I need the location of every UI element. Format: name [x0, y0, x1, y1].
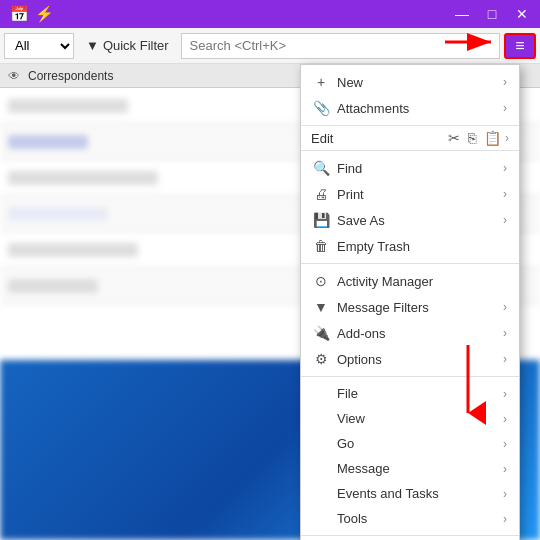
red-arrow-indicator — [445, 27, 500, 57]
menu-item-new[interactable]: + New › — [301, 69, 519, 95]
toolbar: All ▼ Quick Filter ≡ — [0, 28, 540, 64]
addons-icon: 🔌 — [311, 325, 331, 341]
options-arrow: › — [503, 352, 507, 366]
folder-select[interactable]: All — [4, 33, 74, 59]
message-filters-arrow: › — [503, 300, 507, 314]
new-arrow: › — [503, 75, 507, 89]
new-label: New — [337, 75, 503, 90]
calendar-icon: 📅 — [10, 5, 29, 23]
menu-item-empty-trash[interactable]: 🗑 Empty Trash — [301, 233, 519, 259]
title-bar: 📅 ⚡ — □ ✕ — [0, 0, 540, 28]
activity-manager-icon: ⊙ — [311, 273, 331, 289]
message-label: Message — [337, 461, 503, 476]
print-label: Print — [337, 187, 503, 202]
find-icon: 🔍 — [311, 160, 331, 176]
options-icon: ⚙ — [311, 351, 331, 367]
new-icon: + — [311, 74, 331, 90]
message-filters-icon: ▼ — [311, 299, 331, 315]
menu-item-message[interactable]: Message › — [301, 456, 519, 481]
menu-section-help: ❓ Help › — [301, 536, 519, 540]
find-label: Find — [337, 161, 503, 176]
red-down-arrow-indicator — [438, 345, 498, 425]
column-icon: 👁 — [8, 69, 20, 83]
message-filters-label: Message Filters — [337, 300, 503, 315]
lightning-icon: ⚡ — [35, 5, 54, 23]
menu-section-find: 🔍 Find › 🖨 Print › 💾 Save As › 🗑 Empty T… — [301, 151, 519, 264]
menu-item-print[interactable]: 🖨 Print › — [301, 181, 519, 207]
edit-label: Edit — [311, 131, 444, 146]
print-arrow: › — [503, 187, 507, 201]
tools-arrow: › — [503, 512, 507, 526]
menu-item-message-filters[interactable]: ▼ Message Filters › — [301, 294, 519, 320]
menu-item-addons[interactable]: 🔌 Add-ons › — [301, 320, 519, 346]
empty-trash-label: Empty Trash — [337, 239, 507, 254]
menu-section-new: + New › 📎 Attachments › — [301, 65, 519, 126]
file-arrow: › — [503, 387, 507, 401]
edit-arrow: › — [505, 131, 509, 145]
addons-label: Add-ons — [337, 326, 503, 341]
paste-icon[interactable]: 📋 — [484, 130, 501, 146]
activity-manager-label: Activity Manager — [337, 274, 507, 289]
menu-item-tools[interactable]: Tools › — [301, 506, 519, 531]
hamburger-icon: ≡ — [515, 38, 524, 54]
save-as-icon: 💾 — [311, 212, 331, 228]
menu-item-events-tasks[interactable]: Events and Tasks › — [301, 481, 519, 506]
filter-icon: ▼ — [86, 38, 99, 53]
addons-arrow: › — [503, 326, 507, 340]
print-icon: 🖨 — [311, 186, 331, 202]
title-bar-buttons: — □ ✕ — [448, 4, 536, 24]
menu-item-activity-manager[interactable]: ⊙ Activity Manager — [301, 268, 519, 294]
menu-item-find[interactable]: 🔍 Find › — [301, 155, 519, 181]
go-arrow: › — [503, 437, 507, 451]
message-arrow: › — [503, 462, 507, 476]
tools-label: Tools — [337, 511, 503, 526]
correspondents-column: Correspondents — [28, 69, 113, 83]
title-bar-icons: 📅 ⚡ — [10, 5, 54, 23]
close-button[interactable]: ✕ — [508, 4, 536, 24]
save-as-arrow: › — [503, 213, 507, 227]
attachments-icon: 📎 — [311, 100, 331, 116]
go-label: Go — [337, 436, 503, 451]
empty-trash-icon: 🗑 — [311, 238, 331, 254]
save-as-label: Save As — [337, 213, 503, 228]
quick-filter-button[interactable]: ▼ Quick Filter — [78, 33, 177, 59]
edit-row: Edit ✂ ⎘ 📋 › — [301, 126, 519, 151]
maximize-button[interactable]: □ — [478, 4, 506, 24]
edit-icons: ✂ ⎘ 📋 — [448, 130, 501, 146]
events-tasks-label: Events and Tasks — [337, 486, 503, 501]
menu-item-attachments[interactable]: 📎 Attachments › — [301, 95, 519, 121]
minimize-button[interactable]: — — [448, 4, 476, 24]
attachments-label: Attachments — [337, 101, 503, 116]
menu-item-go[interactable]: Go › — [301, 431, 519, 456]
view-arrow: › — [503, 412, 507, 426]
copy-icon[interactable]: ⎘ — [468, 130, 476, 146]
attachments-arrow: › — [503, 101, 507, 115]
menu-item-save-as[interactable]: 💾 Save As › — [301, 207, 519, 233]
hamburger-menu-button[interactable]: ≡ — [504, 33, 536, 59]
find-arrow: › — [503, 161, 507, 175]
cut-icon[interactable]: ✂ — [448, 130, 460, 146]
events-tasks-arrow: › — [503, 487, 507, 501]
dropdown-menu: + New › 📎 Attachments › Edit ✂ ⎘ 📋 › 🔍 F… — [300, 64, 520, 540]
